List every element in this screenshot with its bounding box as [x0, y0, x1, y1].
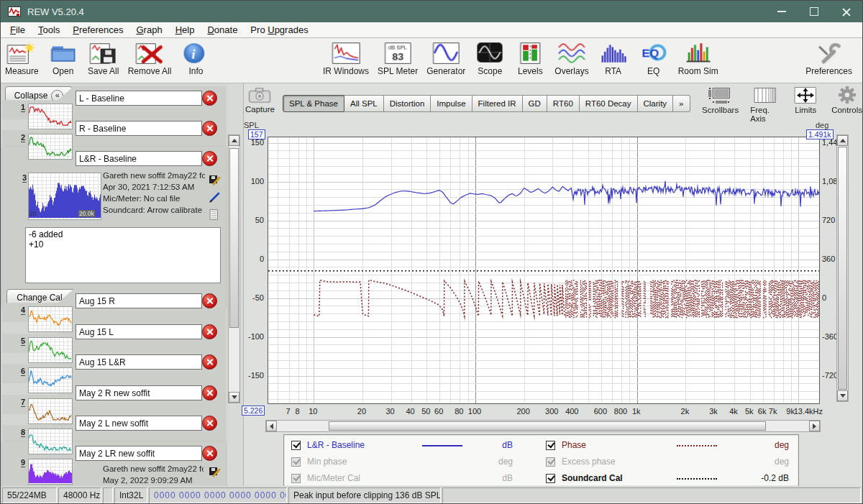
tab-impulse[interactable]: Impulse: [431, 95, 472, 112]
toolbar-button-levels[interactable]: Levels: [514, 41, 546, 76]
toolbar-button-preferences[interactable]: Preferences: [805, 41, 852, 76]
limits-button[interactable]: Limits: [791, 86, 820, 123]
menu-item-help[interactable]: Help: [169, 23, 201, 37]
measurement-thumbnail-6[interactable]: [28, 367, 73, 393]
graph-vscrollbar-down-arrow[interactable]: [837, 390, 848, 401]
saveas-icon[interactable]: [208, 464, 221, 477]
toolbar-button-scope[interactable]: Scope: [474, 41, 506, 76]
measurement-name-input-1[interactable]: [76, 91, 202, 106]
legend-checkbox-excess-phase[interactable]: [546, 457, 555, 467]
legend-checkbox-mic-meter-cal[interactable]: [291, 474, 301, 483]
legend-unit: deg: [739, 457, 789, 467]
legend-checkbox-phase[interactable]: [546, 441, 555, 450]
toolbar-button-generator[interactable]: Generator: [426, 41, 465, 76]
measurement-thumbnail-8[interactable]: [28, 429, 73, 454]
delete-measurement-button-7[interactable]: [202, 385, 217, 400]
delete-measurement-button-6[interactable]: [202, 354, 217, 370]
toolbar-button-label: Info: [188, 66, 203, 76]
delete-measurement-button-5[interactable]: [202, 324, 217, 339]
tab-all-spl[interactable]: All SPL: [344, 95, 384, 112]
toolbar-button-spl-meter[interactable]: SPL Meter: [378, 41, 418, 76]
left-axis-max-input[interactable]: 157: [248, 129, 265, 139]
measurement-name-input-9[interactable]: [76, 446, 202, 461]
tab-spl-phase[interactable]: SPL & Phase: [283, 95, 344, 112]
legend-checkbox-l-r-baseline[interactable]: [291, 441, 301, 450]
scrollbars-button[interactable]: Scrollbars: [702, 86, 739, 123]
toolbar-button-rta[interactable]: RTA: [598, 41, 629, 76]
tab-clarity[interactable]: Clarity: [638, 95, 674, 112]
tab--[interactable]: »: [673, 95, 690, 112]
right-axis-max-input[interactable]: 1.491k: [806, 129, 834, 139]
measurement-name-input-8[interactable]: [76, 416, 202, 431]
tab-distortion[interactable]: Distortion: [384, 95, 432, 112]
legend-checkbox-soundcard-cal[interactable]: [546, 474, 555, 483]
delete-measurement-button-3[interactable]: [202, 151, 217, 166]
delete-measurement-button-4[interactable]: [202, 293, 217, 308]
toolbar-button-info[interactable]: Info: [180, 41, 211, 76]
controls-button[interactable]: Controls: [831, 86, 862, 123]
measurement-name-input-6[interactable]: [76, 354, 202, 370]
maximize-button[interactable]: [798, 1, 830, 22]
delete-measurement-button-8[interactable]: [202, 416, 217, 431]
horizontal-scrollbar[interactable]: [265, 420, 821, 432]
menu-item-donate[interactable]: Donate: [201, 23, 244, 37]
delete-measurement-button-2[interactable]: [202, 121, 217, 136]
measurement-thumbnail-5[interactable]: [28, 337, 73, 363]
measurement-scrollbar-down-arrow[interactable]: [229, 392, 239, 403]
freq-axis-button[interactable]: Freq. Axis: [750, 86, 780, 123]
tab-rt60[interactable]: RT60: [547, 95, 580, 112]
measurement-name-input-7[interactable]: [76, 385, 202, 400]
measurement-thumbnail-7[interactable]: [28, 398, 73, 424]
measurement-notes-input[interactable]: [25, 227, 221, 283]
menu-item-file[interactable]: File: [4, 23, 32, 37]
menu-item-graph[interactable]: Graph: [129, 23, 168, 37]
toolbar-button-label: RTA: [605, 66, 621, 76]
close-button[interactable]: [830, 1, 862, 22]
menu-item-tools[interactable]: Tools: [32, 23, 66, 37]
maximize-icon: [810, 7, 818, 16]
scrollbars-icon: [706, 86, 735, 106]
measurement-name-input-5[interactable]: [76, 324, 202, 339]
measurement-scrollbar-thumb[interactable]: [229, 148, 239, 328]
menu-item-pro-upgrades[interactable]: Pro Upgrades: [244, 23, 314, 37]
measurement-thumbnail-1[interactable]: [28, 104, 73, 129]
toolbar-button-remove-all[interactable]: Remove All: [128, 41, 172, 76]
delete-measurement-button-1[interactable]: [202, 91, 217, 106]
pencil-icon[interactable]: [208, 191, 221, 203]
menu-item-preferences[interactable]: Preferences: [66, 23, 129, 37]
measurement-name-input-3[interactable]: [76, 151, 202, 166]
tab-gd[interactable]: GD: [523, 95, 547, 112]
measurement-name-input-2[interactable]: [76, 121, 202, 136]
toolbar-button-eq[interactable]: EQ: [638, 41, 670, 76]
measurement-scrollbar-up-arrow[interactable]: [229, 135, 239, 146]
measurement-thumbnail-9[interactable]: [28, 459, 73, 485]
delete-measurement-button-9[interactable]: [202, 446, 217, 461]
toolbar-button-measure[interactable]: Measure: [5, 41, 39, 76]
measurement-thumbnail-4[interactable]: [28, 306, 73, 332]
graph-vscrollbar-up-arrow[interactable]: [837, 135, 848, 146]
hscroll-thumb[interactable]: [329, 421, 766, 431]
measurement-list-scrollbar[interactable]: [228, 134, 240, 403]
toolbar-button-ir-windows[interactable]: IR Windows: [323, 41, 369, 76]
freq-axis-min-input[interactable]: 5.226: [242, 406, 265, 416]
notes-icon[interactable]: [208, 209, 221, 221]
toolbar-button-room-sim[interactable]: Room Sim: [678, 41, 718, 76]
graph-vscrollbar-thumb[interactable]: [838, 147, 847, 390]
legend-checkbox-min-phase[interactable]: [291, 457, 301, 467]
minimize-icon: [777, 11, 786, 12]
status-cell-3: Int32L: [114, 487, 147, 503]
measurement-name-input-4[interactable]: [76, 293, 202, 308]
measurement-thumbnail-2[interactable]: [28, 134, 73, 160]
toolbar-button-open[interactable]: Open: [47, 41, 79, 76]
saveas-icon[interactable]: [208, 173, 221, 185]
hscroll-right-arrow[interactable]: [809, 421, 820, 431]
tab-filtered-ir[interactable]: Filtered IR: [472, 95, 523, 112]
spl-phase-chart[interactable]: [268, 137, 819, 403]
toolbar-button-save-all[interactable]: Save All: [88, 41, 119, 76]
tab-rt60-decay[interactable]: RT60 Decay: [580, 95, 638, 112]
minimize-button[interactable]: [765, 1, 798, 22]
vertical-scrollbar[interactable]: [836, 134, 849, 402]
capture-button[interactable]: Capture: [245, 86, 275, 114]
hscroll-left-arrow[interactable]: [266, 421, 277, 431]
toolbar-button-overlays[interactable]: Overlays: [554, 41, 588, 76]
